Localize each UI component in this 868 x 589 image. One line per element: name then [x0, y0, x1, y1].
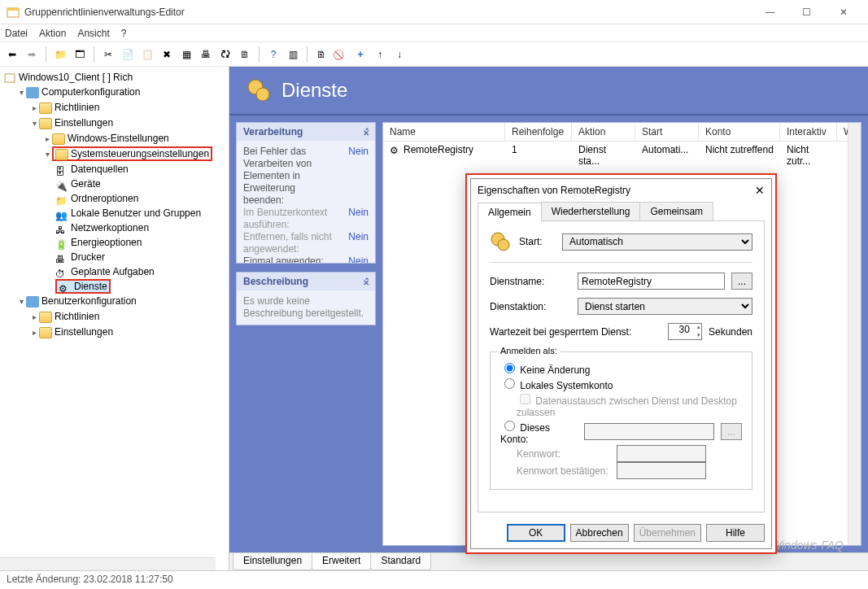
- tree-datasources[interactable]: 🗄Datenquellen: [55, 162, 225, 177]
- users-icon: 👥: [55, 208, 68, 220]
- tree-user-config[interactable]: ▾Benutzerkonfiguration ▸Richtlinien ▸Ein…: [16, 294, 225, 340]
- wait-unit: Sekunden: [709, 326, 752, 338]
- statusbar: Letzte Änderung: 23.02.2018 11:27:50: [0, 570, 868, 588]
- minimize-button[interactable]: —: [752, 0, 788, 24]
- folder-icon: [52, 133, 65, 145]
- password-input[interactable]: [617, 445, 706, 462]
- tab-common[interactable]: Gemeinsam: [639, 202, 713, 220]
- browse-account-button[interactable]: ...: [721, 423, 742, 440]
- tab-settings[interactable]: Einstellungen: [233, 553, 312, 570]
- tree-user-settings[interactable]: ▸Einstellungen: [29, 325, 225, 340]
- gear-icon: ⚙: [390, 145, 401, 156]
- props-button[interactable]: ▦: [177, 46, 195, 63]
- tree-network[interactable]: 🖧Netzwerkoptionen: [55, 220, 225, 235]
- col-action[interactable]: Aktion: [572, 123, 635, 141]
- tab-standard[interactable]: Standard: [370, 553, 431, 570]
- plus-button[interactable]: +: [351, 46, 369, 63]
- arrow2-button[interactable]: ↓: [390, 46, 408, 63]
- print-button[interactable]: 🖶: [197, 46, 215, 63]
- menu-file[interactable]: Datei: [5, 28, 28, 39]
- radio-no-change[interactable]: Keine Änderung: [500, 360, 590, 376]
- tab-extended[interactable]: Erweitert: [312, 553, 371, 570]
- help-button[interactable]: ?: [264, 46, 282, 63]
- col-name[interactable]: Name: [383, 123, 505, 141]
- close-button[interactable]: ✕: [825, 0, 861, 24]
- logon-legend: Anmelden als:: [497, 346, 560, 356]
- col-account[interactable]: Konto: [699, 123, 780, 141]
- ok-button[interactable]: OK: [507, 524, 565, 542]
- forward-button[interactable]: ➡: [23, 46, 41, 63]
- help-button[interactable]: Hilfe: [706, 524, 765, 542]
- list-scrollbar[interactable]: [848, 123, 861, 545]
- bottom-tabs: Einstellungen Erweitert Standard: [229, 552, 868, 570]
- password-confirm-label: Kennwort bestätigen:: [517, 465, 610, 477]
- servicename-input[interactable]: [578, 273, 725, 290]
- watermark: Windows-FAQ: [771, 539, 844, 552]
- up-button[interactable]: 📁: [51, 46, 69, 63]
- browse-service-button[interactable]: ...: [731, 273, 752, 290]
- panel-button[interactable]: ▥: [284, 46, 302, 63]
- tree-root[interactable]: Windows10_Client [ ] Rich ▾Computerkonfi…: [3, 70, 225, 340]
- check-desktop-interact[interactable]: Datenaustausch zwischen Dienst und Deskt…: [517, 391, 742, 418]
- collapse-icon[interactable]: ⨉̂: [364, 277, 369, 287]
- password-confirm-input[interactable]: [617, 462, 706, 479]
- stop-button[interactable]: ⃠: [332, 46, 350, 63]
- svg-point-6: [498, 239, 509, 251]
- tree-devices[interactable]: 🔌Geräte: [55, 177, 225, 191]
- col-start[interactable]: Start: [635, 123, 699, 141]
- cancel-button[interactable]: Abbrechen: [570, 524, 629, 542]
- menu-help[interactable]: ?: [121, 28, 127, 39]
- tab-recovery[interactable]: Wiederherstellung: [541, 202, 641, 220]
- tree-control-panel-settings[interactable]: ▾Systemsteuerungseinstellungen 🗄Datenque…: [42, 146, 225, 294]
- account-input[interactable]: [584, 423, 714, 440]
- tree-policies[interactable]: ▸Richtlinien: [29, 100, 225, 116]
- back-button[interactable]: ⬅: [3, 46, 21, 63]
- policy-icon: [3, 72, 16, 84]
- arrow1-button[interactable]: ↑: [371, 46, 389, 63]
- start-select[interactable]: Automatisch: [562, 233, 752, 251]
- paste-button[interactable]: 📋: [138, 46, 156, 63]
- tree-computer-config[interactable]: ▾Computerkonfiguration ▸Richtlinien ▾Ein…: [16, 85, 225, 294]
- tree-power[interactable]: 🔋Energieoptionen: [55, 235, 225, 250]
- collapse-icon[interactable]: ⨉̂: [364, 127, 369, 137]
- col-order[interactable]: Reihenfolge: [505, 123, 572, 141]
- tree-tasks[interactable]: ⏱Geplante Aufgaben: [55, 264, 225, 279]
- tree-windows-settings[interactable]: ▸Windows-Einstellungen: [42, 131, 225, 146]
- delete-button[interactable]: ✖: [158, 46, 176, 63]
- content-header: Dienste: [229, 67, 868, 116]
- copy-button[interactable]: 📄: [119, 46, 137, 63]
- tree-printers[interactable]: 🖶Drucker: [55, 250, 225, 264]
- maximize-button[interactable]: ☐: [788, 0, 825, 24]
- tree-local-users[interactable]: 👥Lokale Benutzer und Gruppen: [55, 206, 225, 220]
- device-icon: 🔌: [55, 179, 68, 190]
- tab-general[interactable]: Allgemein: [478, 203, 542, 221]
- tree-settings[interactable]: ▾Einstellungen ▸Windows-Einstellungen ▾S…: [29, 116, 225, 294]
- cut-button[interactable]: ✂: [99, 46, 117, 63]
- dialog-title: Eigenschaften von RemoteRegistry: [478, 185, 630, 196]
- menu-view[interactable]: Ansicht: [77, 28, 109, 39]
- wait-label: Wartezeit bei gesperrtem Dienst:: [490, 326, 661, 338]
- power-icon: 🔋: [55, 238, 68, 249]
- serviceaction-select[interactable]: Dienst starten: [578, 298, 752, 315]
- menu-action[interactable]: Aktion: [39, 28, 66, 39]
- col-interactive[interactable]: Interaktiv: [780, 123, 837, 141]
- tree-scrollbar[interactable]: [0, 557, 216, 570]
- apply-button[interactable]: Übernehmen: [634, 524, 701, 542]
- wait-spinner[interactable]: 30: [668, 323, 702, 340]
- tree-user-policies[interactable]: ▸Richtlinien: [29, 309, 225, 325]
- dialog-close-button[interactable]: ✕: [755, 184, 765, 197]
- tree-services[interactable]: ⚙Dienste: [55, 279, 225, 294]
- list-row-remoteregistry[interactable]: ⚙RemoteRegistry 1 Dienst sta... Automati…: [383, 142, 861, 169]
- folder-icon: [39, 103, 52, 114]
- doc-button[interactable]: 🗎: [312, 46, 330, 63]
- tree-folder-options[interactable]: 📁Ordneroptionen: [55, 191, 225, 206]
- refresh-button[interactable]: 🗘: [216, 46, 234, 63]
- svg-rect-1: [7, 8, 19, 11]
- show-button[interactable]: 🗔: [71, 46, 89, 63]
- radio-local-system[interactable]: Lokales Systemkonto: [500, 376, 613, 391]
- tree-pane[interactable]: Windows10_Client [ ] Rich ▾Computerkonfi…: [0, 67, 229, 570]
- toolbar: ⬅ ➡ 📁 🗔 ✂ 📄 📋 ✖ ▦ 🖶 🗘 🗎 ? ▥ 🗎 ⃠ + ↑ ↓: [0, 42, 868, 67]
- export-button[interactable]: 🗎: [236, 46, 254, 63]
- printer-icon: 🖶: [55, 252, 68, 264]
- radio-this-account[interactable]: Dieses Konto:: [500, 418, 578, 445]
